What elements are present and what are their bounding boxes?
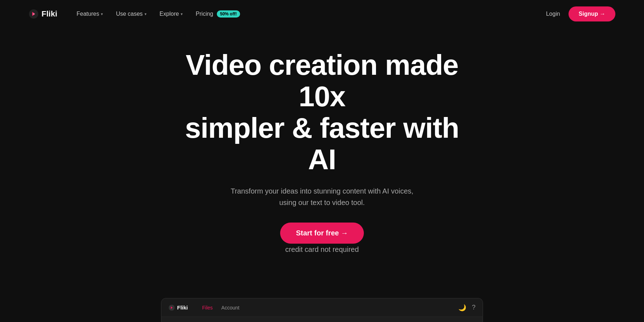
credit-note: credit card not required bbox=[229, 244, 415, 255]
login-link[interactable]: Login bbox=[546, 11, 560, 17]
app-preview: Fliki Files Account 🌙 ? Files › Demo › 3… bbox=[161, 298, 483, 322]
app-logo: Fliki bbox=[169, 304, 188, 311]
hero-headline: Video creation made 10x simpler & faster… bbox=[179, 49, 465, 175]
svg-point-1 bbox=[33, 13, 35, 15]
hero-section: Video creation made 10x simpler & faster… bbox=[0, 28, 644, 287]
explore-chevron-icon: ▾ bbox=[181, 12, 183, 16]
discount-badge: 50% off! bbox=[217, 10, 240, 18]
hero-subtext: Transform your ideas into stunning conte… bbox=[229, 185, 415, 208]
app-topbar-right: 🌙 ? bbox=[458, 304, 475, 312]
fliki-logo-icon bbox=[29, 9, 39, 19]
nav-right: Login Signup → bbox=[546, 6, 615, 21]
use-cases-nav-link[interactable]: Use cases ▾ bbox=[111, 8, 152, 20]
app-topbar: Fliki Files Account 🌙 ? bbox=[161, 298, 483, 317]
app-nav-files[interactable]: Files bbox=[198, 303, 217, 313]
app-breadcrumb: Files › Demo › 3 Tips to Improve Your Pu… bbox=[161, 317, 483, 322]
pricing-nav-link[interactable]: Pricing 50% off! bbox=[191, 8, 245, 20]
nav-links: Features ▾ Use cases ▾ Explore ▾ Pricing… bbox=[72, 8, 546, 20]
features-chevron-icon: ▾ bbox=[101, 12, 103, 16]
features-nav-link[interactable]: Features ▾ bbox=[72, 8, 108, 20]
start-free-button[interactable]: Start for free → bbox=[280, 223, 364, 244]
explore-nav-link[interactable]: Explore ▾ bbox=[155, 8, 188, 20]
app-nav-account[interactable]: Account bbox=[217, 303, 244, 313]
logo[interactable]: Fliki bbox=[29, 9, 57, 19]
app-logo-icon bbox=[169, 304, 175, 311]
dark-mode-icon[interactable]: 🌙 bbox=[458, 304, 466, 312]
help-icon[interactable]: ? bbox=[472, 304, 475, 311]
navigation: Fliki Features ▾ Use cases ▾ Explore ▾ P… bbox=[0, 0, 644, 28]
signup-button[interactable]: Signup → bbox=[569, 6, 615, 21]
use-cases-chevron-icon: ▾ bbox=[145, 12, 147, 16]
